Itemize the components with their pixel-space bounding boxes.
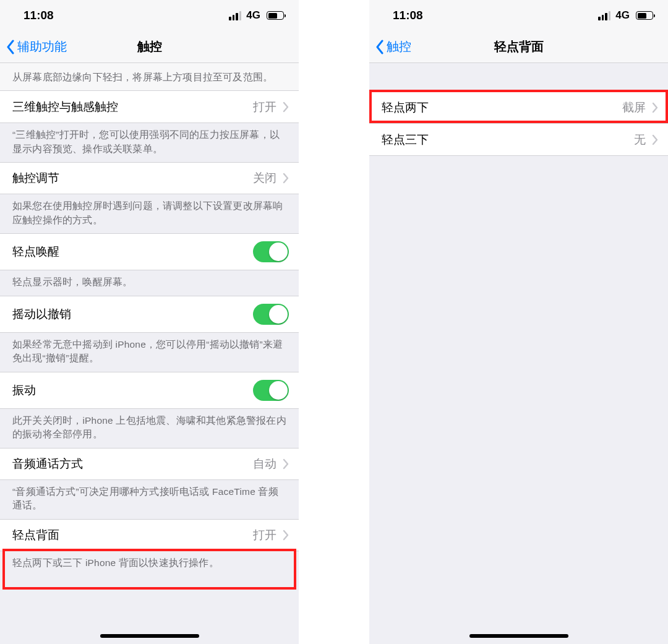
row-value: 无 bbox=[634, 132, 646, 148]
status-right: 4G bbox=[598, 9, 653, 22]
cellular-signal-icon bbox=[598, 11, 610, 20]
chevron-right-icon bbox=[283, 530, 289, 541]
network-type: 4G bbox=[246, 9, 260, 22]
cellular-signal-icon bbox=[229, 11, 241, 20]
footer-note-back-tap: 轻点两下或三下 iPhone 背面以快速执行操作。 bbox=[0, 551, 299, 576]
switch-shake-to-undo[interactable] bbox=[253, 304, 289, 325]
footer-note-vibration: 此开关关闭时，iPhone 上包括地震、海啸和其他紧急警报在内的振动将全部停用。 bbox=[0, 409, 299, 448]
row-label: 轻点三下 bbox=[382, 132, 429, 148]
battery-icon bbox=[636, 11, 653, 20]
chevron-left-icon bbox=[6, 40, 15, 54]
nav-bar: 触控 轻点背面 bbox=[369, 31, 668, 63]
row-value: 自动 bbox=[253, 456, 276, 472]
chevron-right-icon bbox=[652, 134, 658, 145]
chevron-right-icon bbox=[283, 173, 289, 184]
back-label: 触控 bbox=[387, 38, 411, 55]
phone-touch-settings: 11:08 4G 辅助功能 触控 从屏幕底部边缘向下轻扫，将屏幕上方项目拉至可及… bbox=[0, 0, 299, 644]
back-label: 辅助功能 bbox=[17, 38, 67, 55]
nav-bar: 辅助功能 触控 bbox=[0, 31, 299, 63]
chevron-right-icon bbox=[283, 458, 289, 470]
status-time: 11:08 bbox=[393, 9, 423, 22]
chevron-left-icon bbox=[375, 40, 384, 54]
status-bar: 11:08 4G bbox=[369, 0, 668, 31]
battery-icon bbox=[267, 11, 284, 20]
row-label: 轻点唤醒 bbox=[12, 244, 59, 260]
row-double-tap[interactable]: 轻点两下 截屏 bbox=[369, 92, 668, 124]
row-label: 三维触控与触感触控 bbox=[12, 99, 118, 115]
footer-note-3d-touch: “三维触控”打开时，您可以使用强弱不同的压力按压屏幕，以显示内容预览、操作或关联… bbox=[0, 123, 299, 162]
home-indicator[interactable] bbox=[100, 634, 199, 638]
status-bar: 11:08 4G bbox=[0, 0, 299, 31]
row-triple-tap[interactable]: 轻点三下 无 bbox=[369, 124, 668, 156]
chevron-right-icon bbox=[652, 102, 658, 113]
page-title: 轻点背面 bbox=[369, 38, 668, 55]
footer-note-tap-to-wake: 轻点显示器时，唤醒屏幕。 bbox=[0, 270, 299, 295]
settings-list: 轻点两下 截屏 轻点三下 无 bbox=[369, 63, 668, 644]
header-note-reachability: 从屏幕底部边缘向下轻扫，将屏幕上方项目拉至可及范围。 bbox=[0, 63, 299, 91]
row-value: 打开 bbox=[253, 99, 276, 115]
row-back-tap[interactable]: 轻点背面 打开 bbox=[0, 519, 299, 551]
switch-tap-to-wake[interactable] bbox=[253, 241, 289, 262]
switch-vibration[interactable] bbox=[253, 380, 289, 401]
row-shake-to-undo[interactable]: 摇动以撤销 bbox=[0, 296, 299, 333]
row-label: 摇动以撤销 bbox=[12, 306, 71, 322]
footer-note-call-audio: “音频通话方式”可决定用哪种方式接听电话或 FaceTime 音频通话。 bbox=[0, 480, 299, 519]
status-time: 11:08 bbox=[24, 9, 54, 22]
footer-note-shake-to-undo: 如果经常无意中摇动到 iPhone，您可以停用“摇动以撤销”来避免出现“撤销”提… bbox=[0, 333, 299, 372]
row-label: 轻点背面 bbox=[12, 527, 59, 543]
row-3d-touch[interactable]: 三维触控与触感触控 打开 bbox=[0, 91, 299, 123]
row-value: 关闭 bbox=[253, 170, 276, 186]
row-call-audio-routing[interactable]: 音频通话方式 自动 bbox=[0, 448, 299, 480]
network-type: 4G bbox=[615, 9, 630, 22]
row-label: 轻点两下 bbox=[382, 100, 429, 116]
row-value: 打开 bbox=[253, 527, 276, 543]
back-button[interactable]: 辅助功能 bbox=[6, 38, 67, 55]
row-label: 触控调节 bbox=[12, 170, 59, 186]
phone-back-tap-settings: 11:08 4G 触控 轻点背面 轻点两下 截屏 轻点三下 无 bbox=[369, 0, 668, 644]
row-value: 截屏 bbox=[622, 100, 646, 116]
home-indicator[interactable] bbox=[469, 634, 568, 638]
back-button[interactable]: 触控 bbox=[375, 38, 411, 55]
row-touch-accommodations[interactable]: 触控调节 关闭 bbox=[0, 162, 299, 194]
row-tap-to-wake[interactable]: 轻点唤醒 bbox=[0, 233, 299, 270]
row-label: 音频通话方式 bbox=[12, 456, 83, 472]
settings-list: 从屏幕底部边缘向下轻扫，将屏幕上方项目拉至可及范围。 三维触控与触感触控 打开 … bbox=[0, 63, 299, 644]
chevron-right-icon bbox=[283, 101, 289, 113]
row-vibration[interactable]: 振动 bbox=[0, 372, 299, 409]
row-label: 振动 bbox=[12, 382, 36, 398]
footer-note-touch-accommodations: 如果您在使用触控屏时遇到问题，请调整以下设置更改屏幕响应触控操作的方式。 bbox=[0, 194, 299, 233]
status-right: 4G bbox=[229, 9, 284, 22]
